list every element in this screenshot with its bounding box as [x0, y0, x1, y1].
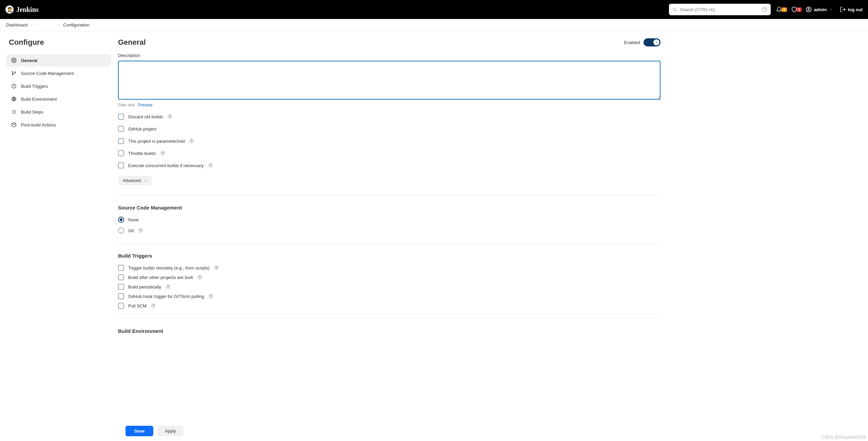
help-icon[interactable]: ?	[208, 294, 214, 299]
trigger-poll-row: Poll SCM ?	[118, 303, 660, 309]
help-icon[interactable]: ?	[189, 138, 194, 144]
plain-text-label: Plain text	[118, 103, 135, 107]
preview-link[interactable]: Preview	[138, 103, 153, 107]
search-box[interactable]	[669, 4, 771, 15]
scm-git-radio[interactable]	[118, 227, 124, 234]
chevron-down-icon	[143, 179, 147, 183]
throttle-row: Throttle builds ?	[118, 150, 660, 156]
concurrent-checkbox[interactable]	[118, 162, 124, 168]
steps-icon	[11, 109, 17, 115]
globe-icon	[11, 96, 17, 102]
help-icon[interactable]: ?	[138, 228, 143, 233]
help-icon[interactable]: ?	[214, 265, 219, 270]
parameterized-label: This project is parameterized	[128, 139, 185, 144]
discard-old-builds-checkbox[interactable]	[118, 114, 124, 120]
svg-point-9	[12, 74, 13, 75]
trigger-githook-label: GitHub hook trigger for GITScm polling	[128, 294, 204, 299]
sidebar: Configure General Source Code Management…	[6, 38, 118, 404]
scm-git-label: Git	[128, 228, 134, 233]
sidebar-item-scm[interactable]: Source Code Management	[6, 67, 111, 79]
check-icon: ✓	[653, 39, 659, 45]
logout-button[interactable]: log out	[840, 6, 863, 13]
help-icon[interactable]: ?	[197, 275, 202, 280]
header-icons: 3 1 admin log out	[776, 6, 863, 13]
logout-icon	[840, 6, 846, 13]
help-icon[interactable]: ?	[208, 163, 213, 168]
description-label: Description	[118, 53, 660, 58]
discard-old-builds-row: Discard old builds ?	[118, 114, 660, 120]
divider	[118, 243, 660, 243]
security-badge: 1	[796, 7, 802, 12]
svg-point-7	[13, 60, 15, 61]
concurrent-row: Execute concurrent builds if necessary ?	[118, 162, 660, 168]
search-input[interactable]	[680, 7, 759, 12]
throttle-checkbox[interactable]	[118, 150, 124, 156]
sidebar-item-triggers[interactable]: Build Triggers	[6, 80, 111, 92]
trigger-githook-checkbox[interactable]	[118, 293, 124, 299]
notif-badge: 3	[782, 7, 787, 12]
chevron-right-icon: ›	[31, 22, 33, 27]
discard-old-builds-label: Discard old builds	[128, 114, 163, 119]
crumb-dashboard[interactable]: Dashboard	[6, 22, 28, 27]
scm-none-row: None	[118, 217, 660, 223]
trigger-periodic-checkbox[interactable]	[118, 284, 124, 290]
brand-text: Jenkins	[16, 6, 39, 14]
logo[interactable]: 🤵 Jenkins	[5, 5, 39, 14]
sidebar-item-label: Source Code Management	[21, 71, 74, 76]
sidebar-item-steps[interactable]: Build Steps	[6, 106, 111, 118]
crumb-configuration[interactable]: Configuration	[63, 22, 89, 27]
sidebar-item-postbuild[interactable]: Post-build Actions	[6, 119, 111, 131]
trigger-after-row: Build after other projects are built ?	[118, 274, 660, 280]
svg-point-5	[808, 8, 810, 10]
scm-title: Source Code Management	[118, 205, 660, 211]
scm-none-radio[interactable]	[118, 217, 124, 223]
triggers-title: Build Triggers	[118, 253, 660, 259]
trigger-githook-row: GitHub hook trigger for GITScm polling ?	[118, 293, 660, 299]
sidebar-item-environment[interactable]: Build Environment	[6, 93, 111, 105]
enabled-label: Enabled	[624, 40, 640, 45]
trigger-remote-label: Trigger builds remotely (e.g., from scri…	[128, 265, 210, 270]
trigger-poll-checkbox[interactable]	[118, 303, 124, 309]
github-project-row: GitHub project	[118, 126, 660, 132]
divider	[118, 195, 660, 195]
help-icon[interactable]: ?	[165, 284, 171, 289]
throttle-label: Throttle builds	[128, 151, 156, 156]
sidebar-item-label: Build Environment	[21, 97, 57, 102]
chevron-down-icon	[829, 7, 833, 12]
sidebar-title: Configure	[6, 38, 111, 47]
user-menu[interactable]: admin	[806, 6, 833, 13]
help-icon[interactable]: ?	[160, 151, 165, 156]
gear-icon	[11, 58, 17, 63]
trigger-remote-checkbox[interactable]	[118, 265, 124, 271]
enabled-toggle[interactable]: ✓	[644, 38, 660, 46]
sidebar-item-general[interactable]: General	[6, 54, 111, 66]
shield-icon[interactable]: 1	[791, 6, 802, 13]
svg-point-10	[15, 72, 16, 73]
svg-line-1	[676, 11, 677, 12]
parameterized-checkbox[interactable]	[118, 138, 124, 144]
concurrent-label: Execute concurrent builds if necessary	[128, 163, 204, 168]
bell-icon[interactable]: 3	[776, 6, 787, 13]
watermark: CSDN @Shepherd0619	[822, 435, 865, 438]
trigger-after-checkbox[interactable]	[118, 274, 124, 280]
enabled-toggle-wrap: Enabled ✓	[624, 38, 660, 46]
help-icon[interactable]: ?	[167, 114, 173, 119]
branch-icon	[11, 71, 17, 76]
jenkins-logo-icon: 🤵	[5, 5, 14, 14]
search-help-icon[interactable]	[762, 7, 767, 12]
help-icon[interactable]: ?	[151, 303, 156, 308]
divider	[118, 318, 660, 319]
trigger-after-label: Build after other projects are built	[128, 275, 193, 280]
advanced-button[interactable]: Advanced	[118, 176, 152, 185]
apply-button[interactable]: Apply	[157, 426, 183, 436]
description-mode: Plain text Preview	[118, 103, 660, 107]
advanced-label: Advanced	[123, 178, 141, 183]
sidebar-item-label: Build Triggers	[21, 84, 48, 89]
github-project-checkbox[interactable]	[118, 126, 124, 132]
svg-point-0	[673, 8, 676, 11]
description-textarea[interactable]	[118, 61, 660, 100]
main-content: General Enabled ✓ Description Plain text…	[118, 38, 660, 404]
save-button[interactable]: Save	[125, 426, 153, 436]
general-title: General	[118, 38, 146, 47]
logout-label: log out	[848, 7, 863, 12]
